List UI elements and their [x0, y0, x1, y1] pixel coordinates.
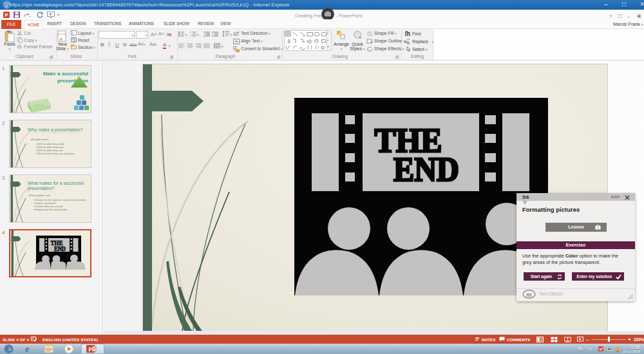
svg-text:1: 1 [190, 32, 191, 34]
svg-text:presentation?: presentation? [28, 186, 54, 191]
svg-text:P: P [5, 12, 8, 18]
svg-text:▾: ▾ [30, 15, 32, 18]
svg-text:e: e [25, 344, 30, 353]
svg-text:END: END [393, 151, 459, 188]
svg-text:b: b [407, 41, 410, 44]
svg-text:▸Your golden rule:: ▸Your golden rule: [29, 194, 51, 197]
svg-text:Make a successful: Make a successful [43, 71, 88, 77]
svg-text:END: END [54, 245, 66, 252]
svg-text:m: m [527, 291, 532, 298]
svg-text:What makes for a successful: What makes for a successful [28, 181, 84, 185]
svg-text:Why make a presentation?: Why make a presentation? [28, 127, 83, 133]
svg-text:Cm h: Cm h [34, 103, 44, 107]
svg-text:2: 2 [190, 35, 191, 37]
svg-text:▸People retain:: ▸People retain: [31, 138, 49, 141]
svg-text:‣Emphasise the pivotal idea: ‣Emphasise the pivotal idea [33, 208, 68, 211]
svg-text:‣70% of what they see and hear: ‣70% of what they see and hear [35, 152, 75, 155]
svg-text:P: P [88, 346, 92, 353]
svg-text:e: e [5, 1, 8, 9]
